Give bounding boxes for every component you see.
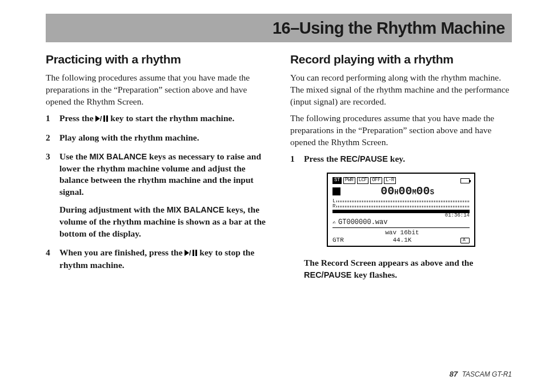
step-text: Use the (59, 151, 90, 161)
lcd-samplerate: 44.1K (392, 237, 411, 243)
step-number: 3 (46, 151, 54, 240)
lcd-gtr: GTR (332, 237, 344, 243)
battery-icon (460, 178, 470, 183)
intro-left: The following procedures assume that you… (46, 72, 267, 108)
key-rec-pause: REC/PAUSE (304, 270, 352, 279)
stop-icon (332, 187, 340, 195)
lcd-chip-st: ST (332, 177, 342, 184)
step-text: key to start the rhythm machine. (108, 113, 234, 123)
chapter-title: 16–Using the Rhythm Machine (272, 19, 505, 38)
key-mix-balance: MIX BALANCE (167, 205, 225, 214)
lcd-meter-l (336, 201, 470, 202)
after-text: The Record Screen appears as above and t… (304, 258, 473, 267)
para-record-1: You can record performing along with the… (290, 72, 512, 108)
column-right: Record playing with a rhythm You can rec… (290, 53, 512, 287)
lcd-time: 00H00M00S (345, 185, 470, 198)
page-footer: 87 TASCAM GT-R1 (450, 370, 512, 378)
svg-marker-4 (185, 250, 189, 256)
para-record-2: The following procedures assume that you… (290, 113, 512, 149)
after-text: key flashes. (352, 270, 398, 279)
step-text: Press the (59, 113, 95, 123)
sd-card-icon (460, 238, 470, 243)
step-number: 2 (46, 132, 54, 144)
lcd-filename: GT000000.wav (338, 219, 387, 226)
step-number: 4 (46, 247, 54, 271)
step-r1: 1 Press the REC/PAUSE key. (290, 153, 512, 165)
svg-rect-2 (103, 115, 105, 122)
heading-record: Record playing with a rhythm (290, 53, 512, 66)
product-model: TASCAM GT-R1 (462, 370, 512, 378)
page-number: 87 (450, 370, 458, 378)
lcd-chip-off: OFF (370, 177, 382, 184)
step-number: 1 (290, 153, 298, 165)
lcd-format: wav 16bit (385, 229, 419, 236)
play-pause-icon: / (185, 247, 197, 259)
chapter-banner: 16–Using the Rhythm Machine (46, 14, 512, 42)
svg-text:/: / (100, 115, 102, 122)
svg-text:/: / (189, 250, 191, 256)
lcd-r: R (332, 204, 335, 209)
column-left: Practicing with a rhythm The following p… (46, 53, 267, 287)
step-1: 1 Press the / key to start the rhythm ma… (46, 113, 267, 125)
play-pause-icon: / (95, 113, 108, 125)
svg-rect-6 (193, 250, 194, 256)
after-screen-note: The Record Screen appears as above and t… (290, 257, 512, 281)
step-text: When you are finished, press the (59, 247, 185, 257)
lcd-chip-lr: L-R (384, 177, 396, 184)
step-text: Press the (304, 154, 340, 163)
step-3: 3 Use the MIX BALANCE keys as necessary … (46, 151, 267, 240)
key-mix-balance: MIX BALANCE (90, 152, 147, 161)
step-4: 4 When you are finished, press the / key… (46, 247, 267, 271)
lcd-meter-r (336, 206, 470, 207)
svg-marker-0 (95, 115, 100, 122)
steps-right: 1 Press the REC/PAUSE key. (290, 153, 512, 165)
step-text: During adjustment with the (59, 205, 167, 214)
lcd-screenshot: ST PWR LCF OFF L-R 00H00M00S L R (327, 173, 475, 246)
lcd-chip-pwr: PWR (343, 177, 355, 184)
step-2: 2 Play along with the rhythm machine. (46, 132, 267, 144)
heading-practicing: Practicing with a rhythm (46, 53, 267, 66)
key-rec-pause: REC/PAUSE (340, 154, 388, 163)
flag-icon: ✍ (332, 219, 336, 226)
step-text: key. (388, 154, 405, 163)
step-text: Play along with the rhythm machine. (59, 132, 267, 144)
step-number: 1 (46, 113, 54, 125)
steps-left: 1 Press the / key to start the rhythm ma… (46, 113, 267, 271)
lcd-chip-lcf: LCF (357, 177, 369, 184)
